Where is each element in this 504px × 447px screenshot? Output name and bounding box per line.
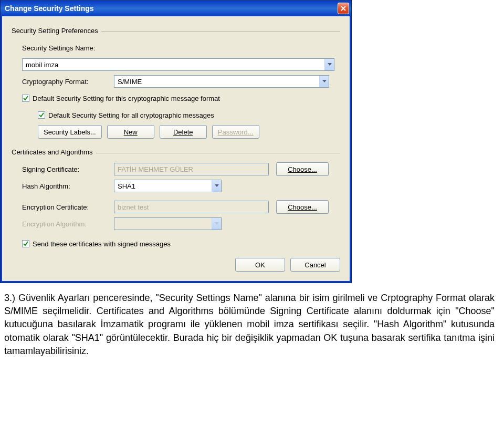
chevron-down-icon[interactable] xyxy=(324,59,334,70)
document-text: 3.) Güvenlik Ayarları penceresinde, "Sec… xyxy=(0,283,499,368)
default-format-checkbox-label: Default Security Setting for this crypto… xyxy=(33,95,220,102)
cancel-button[interactable]: Cancel xyxy=(290,258,340,272)
send-certificates-checkbox-label: Send these certificates with signed mess… xyxy=(33,240,171,248)
password-button: Password... xyxy=(212,125,259,139)
choose-encryption-button[interactable]: Choose... xyxy=(276,200,329,214)
encryption-certificate-field: biznet test xyxy=(114,201,269,213)
default-format-checkbox[interactable] xyxy=(22,95,29,102)
default-all-checkbox-label: Default Security Setting for all cryptog… xyxy=(48,111,214,119)
hash-algorithm-label: Hash Algorithm: xyxy=(22,182,114,190)
checkmark-icon xyxy=(23,96,28,101)
security-settings-name-value: mobil imza xyxy=(23,61,324,69)
encryption-certificate-label: Encryption Certificate: xyxy=(22,203,114,211)
close-button[interactable] xyxy=(338,3,349,14)
group-preferences-legend: Security Setting Preferences xyxy=(12,27,101,35)
checkmark-icon xyxy=(23,241,28,246)
hash-algorithm-value: SHA1 xyxy=(114,182,212,190)
signing-certificate-field: FATİH MEHMET GÜLER xyxy=(114,163,269,175)
security-settings-name-label: Security Settings Name: xyxy=(22,44,114,52)
cryptography-format-value: S/MIME xyxy=(114,78,319,86)
chevron-down-icon[interactable] xyxy=(319,76,329,87)
signing-certificate-label: Signing Certificate: xyxy=(22,165,114,173)
security-settings-name-combo[interactable]: mobil imza xyxy=(22,58,334,71)
encryption-algorithm-combo xyxy=(114,217,222,230)
close-icon xyxy=(340,5,346,12)
titlebar: Change Security Settings xyxy=(1,1,351,16)
encryption-algorithm-label: Encryption Algorithm: xyxy=(22,220,114,228)
default-all-checkbox[interactable] xyxy=(38,111,45,119)
chevron-down-icon[interactable] xyxy=(212,180,221,192)
ok-button[interactable]: OK xyxy=(235,258,285,272)
delete-button[interactable]: Delete xyxy=(160,125,207,139)
checkmark-icon xyxy=(39,112,44,118)
cryptography-format-combo[interactable]: S/MIME xyxy=(114,75,329,88)
group-certs-legend: Certificates and Algorithms xyxy=(12,148,96,156)
group-security-preferences: Security Setting Preferences Security Se… xyxy=(12,24,340,139)
send-certificates-checkbox[interactable] xyxy=(22,240,29,247)
dialog-button-row: OK Cancel xyxy=(12,258,340,272)
choose-signing-button[interactable]: Choose... xyxy=(276,162,329,176)
change-security-settings-dialog: Change Security Settings Security Settin… xyxy=(0,0,352,283)
chevron-down-icon xyxy=(212,218,221,230)
cryptography-format-label: Cryptography Format: xyxy=(22,78,114,86)
new-button[interactable]: New xyxy=(107,125,154,139)
security-labels-button[interactable]: Security Labels... xyxy=(38,125,102,139)
group-certificates-algorithms: Certificates and Algorithms Signing Cert… xyxy=(12,145,340,251)
window-title: Change Security Settings xyxy=(5,4,94,13)
hash-algorithm-combo[interactable]: SHA1 xyxy=(114,180,222,192)
dialog-content: Security Setting Preferences Security Se… xyxy=(1,16,351,283)
